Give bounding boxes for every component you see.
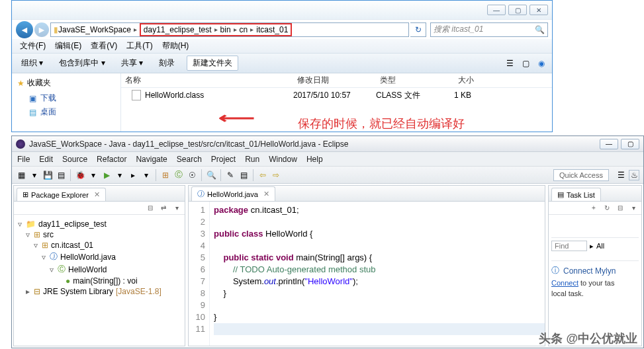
menu-tools[interactable]: 工具(T): [122, 39, 156, 53]
folder-icon: ▮: [54, 25, 58, 34]
java-perspective-icon[interactable]: ♨: [629, 170, 639, 180]
annotation-arrow: ⟵: [218, 109, 254, 128]
package-node[interactable]: ▿⊞cn.itcast_01: [17, 240, 182, 251]
search-placeholder: 搜索 itcast_01: [434, 24, 483, 35]
eclipse-window: JavaSE_WorkSpace - Java - day11_eclipse_…: [11, 136, 644, 348]
run-last-icon[interactable]: ▸: [128, 170, 138, 180]
menu-run[interactable]: Run: [245, 155, 259, 164]
menu-edit[interactable]: Edit: [39, 155, 53, 164]
menu-source[interactable]: Source: [62, 155, 87, 164]
address-bar[interactable]: ▮ JavaSE_WorkSpace ▸ day11_eclipse_test▸…: [50, 22, 409, 37]
favorites-group[interactable]: ★ 收藏夹: [17, 77, 115, 89]
addr-highlighted-path: day11_eclipse_test▸ bin▸ cn▸ itcast_01: [140, 23, 292, 36]
menu-help[interactable]: Help: [306, 155, 323, 164]
close-icon[interactable]: ✕: [263, 190, 269, 198]
search-icon[interactable]: 🔍: [206, 170, 216, 180]
editor-tab[interactable]: Ⓙ HelloWorld.java ✕: [191, 186, 275, 201]
java-file-icon: Ⓙ: [197, 189, 205, 199]
explorer-nav-pane: ★ 收藏夹 ▣ 下载 ▤ 桌面: [12, 73, 121, 132]
menu-help[interactable]: 帮助(H): [158, 39, 193, 53]
perspective-icon[interactable]: ☰: [616, 170, 626, 180]
collapse-all-icon[interactable]: ⊟: [145, 203, 156, 213]
file-date: 2017/5/10 10:57: [293, 91, 376, 100]
maximize-button[interactable]: ▢: [508, 5, 527, 15]
search-box[interactable]: 搜索 itcast_01 🔍: [430, 22, 548, 37]
run-icon[interactable]: ▶: [101, 170, 112, 180]
find-input[interactable]: [551, 241, 587, 251]
include-button[interactable]: 包含到库中 ▾: [55, 56, 109, 70]
organize-button[interactable]: 组织 ▾: [17, 56, 47, 70]
menu-view[interactable]: 查看(V): [87, 39, 121, 53]
method-node[interactable]: ●main(String[]) : voi: [17, 276, 182, 286]
nav-back-button[interactable]: ◄: [16, 21, 33, 38]
burn-button[interactable]: 刻录: [155, 56, 179, 70]
view-menu-icon[interactable]: ▾: [171, 203, 182, 213]
eclipse-minimize-button[interactable]: —: [600, 139, 618, 149]
new-package-icon[interactable]: ⊞: [160, 170, 171, 180]
collapse-icon[interactable]: ⊟: [615, 203, 625, 213]
new-class-icon[interactable]: Ⓒ: [173, 170, 184, 180]
forward-icon[interactable]: ⇨: [271, 170, 281, 180]
share-button[interactable]: 共享 ▾: [117, 56, 147, 70]
nav-downloads[interactable]: ▣ 下载: [17, 91, 115, 105]
preview-pane-button[interactable]: ▢: [520, 58, 531, 69]
menu-refactor[interactable]: Refactor: [97, 155, 126, 164]
new-folder-button[interactable]: 新建文件夹: [187, 56, 238, 71]
minimize-button[interactable]: —: [487, 5, 506, 15]
menu-project[interactable]: Project: [211, 155, 236, 164]
explorer-toolbar: 组织 ▾ 包含到库中 ▾ 共享 ▾ 刻录 新建文件夹 ☰ ▢ ◉: [12, 54, 552, 73]
task-find-row: ▸ All: [551, 237, 639, 251]
save-icon[interactable]: 💾: [42, 170, 53, 180]
nav-forward-button[interactable]: ►: [34, 22, 49, 37]
col-name[interactable]: 名称: [121, 75, 293, 86]
class-node[interactable]: ▿ⒸHelloWorld: [17, 263, 182, 276]
dropdown-icon[interactable]: ▾: [29, 170, 40, 180]
all-filter[interactable]: All: [596, 242, 604, 250]
eclipse-maximize-button[interactable]: ▢: [621, 139, 639, 149]
link-editor-icon[interactable]: ⇄: [158, 203, 169, 213]
refresh-button[interactable]: ↻: [410, 22, 426, 37]
help-icon[interactable]: ◉: [536, 58, 547, 69]
annotation-icon[interactable]: ▤: [238, 170, 249, 180]
explorer-window: — ▢ ✕ ◄ ► ▮ JavaSE_WorkSpace ▸ day11_ecl…: [11, 0, 553, 132]
jre-node[interactable]: ▸⊟JRE System Library [JavaSE-1.8]: [17, 286, 182, 297]
package-icon: ⊞: [23, 190, 28, 199]
quick-access[interactable]: Quick Access: [553, 169, 609, 181]
code-editor[interactable]: 1234567891011 package cn.itcast_01; publ…: [189, 202, 545, 346]
addr-root: JavaSE_WorkSpace: [58, 25, 131, 34]
package-explorer-tab[interactable]: ⊞ Package Explorer ✕: [17, 188, 106, 201]
menu-edit[interactable]: 编辑(E): [51, 39, 85, 53]
save-all-icon[interactable]: ▤: [56, 170, 66, 180]
nav-desktop[interactable]: ▤ 桌面: [17, 105, 115, 119]
package-tree: ▿📁day11_eclipse_test ▿⊞src ▿⊞cn.itcast_0…: [14, 215, 185, 301]
open-type-icon[interactable]: ☉: [187, 170, 197, 180]
code-content: package cn.itcast_01; public class Hello…: [210, 202, 545, 346]
new-icon[interactable]: ▦: [16, 170, 26, 180]
task-list-tab[interactable]: ▤ Task List: [551, 188, 601, 201]
menu-navigate[interactable]: Navigate: [136, 155, 167, 164]
toggle-mark-icon[interactable]: ✎: [225, 170, 236, 180]
line-numbers: 1234567891011: [189, 202, 210, 346]
menu-file[interactable]: File: [17, 155, 30, 164]
file-row[interactable]: HelloWorld.class 2017/5/10 10:57 CLASS 文…: [121, 88, 552, 102]
view-mode-button[interactable]: ☰: [504, 58, 515, 69]
src-node[interactable]: ▿⊞src: [17, 229, 182, 240]
menu-file[interactable]: 文件(F): [16, 39, 50, 53]
col-size[interactable]: 大小: [454, 75, 520, 86]
explorer-menu: 文件(F) 编辑(E) 查看(V) 工具(T) 帮助(H): [12, 39, 552, 54]
menu-window[interactable]: Window: [269, 155, 297, 164]
menu-icon[interactable]: ▾: [628, 203, 639, 213]
back-icon[interactable]: ⇦: [257, 170, 268, 180]
col-type[interactable]: 类型: [376, 75, 454, 86]
connect-link[interactable]: Connect: [551, 279, 578, 287]
menu-search[interactable]: Search: [177, 155, 202, 164]
col-date[interactable]: 修改日期: [293, 75, 376, 86]
project-node[interactable]: ▿📁day11_eclipse_test: [17, 219, 182, 229]
java-file-node[interactable]: ▿ⒿHelloWorld.java: [17, 251, 182, 263]
close-button[interactable]: ✕: [529, 5, 548, 15]
debug-icon[interactable]: 🐞: [75, 170, 85, 180]
new-task-icon[interactable]: +: [588, 203, 599, 213]
sync-icon[interactable]: ↻: [602, 203, 612, 213]
file-type: CLASS 文件: [376, 90, 454, 101]
close-icon[interactable]: ✕: [94, 190, 100, 199]
